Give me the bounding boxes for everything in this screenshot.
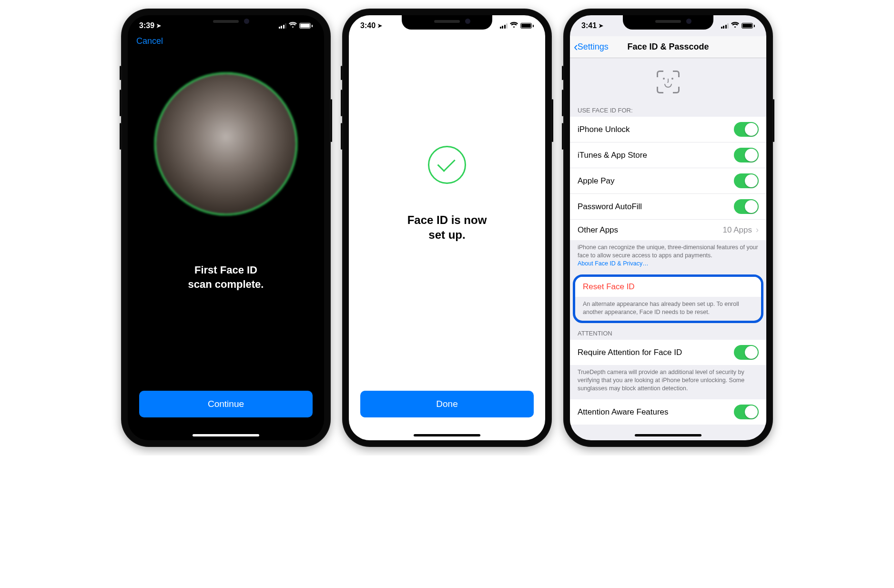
toggle-itunes-appstore[interactable] bbox=[734, 148, 759, 162]
wifi-icon bbox=[510, 22, 518, 30]
home-indicator[interactable] bbox=[193, 434, 259, 436]
status-time: 3:40 bbox=[360, 21, 376, 30]
row-password-autofill[interactable]: Password AutoFill bbox=[570, 194, 766, 220]
section-header-use-faceid: USE FACE ID FOR: bbox=[570, 104, 766, 117]
continue-button[interactable]: Continue bbox=[139, 391, 313, 417]
about-faceid-privacy-link[interactable]: About Face ID & Privacy… bbox=[578, 260, 649, 267]
toggle-require-attention[interactable] bbox=[734, 345, 759, 360]
row-apple-pay[interactable]: Apple Pay bbox=[570, 168, 766, 194]
location-icon: ➤ bbox=[156, 22, 161, 29]
cancel-button[interactable]: Cancel bbox=[136, 36, 163, 46]
cellular-icon bbox=[279, 23, 287, 29]
reset-faceid-highlight: Reset Face ID An alternate appearance ha… bbox=[573, 274, 763, 324]
faceid-use-footer: iPhone can recognize the unique, three-d… bbox=[570, 240, 766, 274]
reset-faceid-footer: An alternate appearance has already been… bbox=[575, 297, 761, 321]
row-itunes-appstore[interactable]: iTunes & App Store bbox=[570, 142, 766, 168]
row-require-attention[interactable]: Require Attention for Face ID bbox=[570, 340, 766, 365]
require-attention-footer: TrueDepth camera will provide an additio… bbox=[570, 365, 766, 399]
other-apps-count: 10 Apps bbox=[723, 225, 752, 235]
toggle-iphone-unlock[interactable] bbox=[734, 122, 759, 137]
settings-scroll[interactable]: USE FACE ID FOR: iPhone Unlock iTunes & … bbox=[570, 58, 766, 440]
notch bbox=[181, 15, 271, 30]
toggle-attention-aware[interactable] bbox=[734, 405, 759, 419]
phone-frame-1: 3:39 ➤ Cancel First Face ID scan complet… bbox=[121, 9, 331, 447]
home-indicator[interactable] bbox=[635, 434, 701, 436]
home-indicator[interactable] bbox=[414, 434, 480, 436]
done-button[interactable]: Done bbox=[360, 391, 534, 417]
face-scan-preview bbox=[154, 72, 297, 215]
back-label: Settings bbox=[578, 42, 609, 52]
setup-complete-text: Face ID is now set up. bbox=[349, 213, 545, 242]
row-iphone-unlock[interactable]: iPhone Unlock bbox=[570, 117, 766, 142]
status-time: 3:41 bbox=[581, 21, 597, 30]
notch bbox=[402, 15, 492, 30]
phone-frame-2: 3:40 ➤ Face ID is now set up. Done bbox=[342, 9, 552, 447]
wifi-icon bbox=[731, 22, 739, 30]
location-icon: ➤ bbox=[599, 22, 603, 29]
notch bbox=[623, 15, 713, 30]
scan-complete-text: First Face ID scan complete. bbox=[128, 263, 324, 291]
chevron-right-icon: › bbox=[756, 225, 759, 235]
battery-icon bbox=[299, 23, 313, 29]
row-reset-faceid[interactable]: Reset Face ID bbox=[575, 277, 761, 297]
wifi-icon bbox=[289, 22, 297, 30]
toggle-apple-pay[interactable] bbox=[734, 173, 759, 188]
section-header-attention: ATTENTION bbox=[570, 327, 766, 340]
row-attention-aware[interactable]: Attention Aware Features bbox=[570, 399, 766, 425]
nav-bar: ‹ Settings Face ID & Passcode bbox=[570, 36, 766, 58]
row-other-apps[interactable]: Other Apps 10 Apps › bbox=[570, 220, 766, 240]
battery-icon bbox=[742, 23, 755, 29]
location-icon: ➤ bbox=[377, 22, 382, 29]
back-button[interactable]: ‹ Settings bbox=[574, 40, 609, 54]
status-time: 3:39 bbox=[139, 21, 154, 30]
page-title: Face ID & Passcode bbox=[627, 42, 709, 52]
success-check-icon bbox=[428, 146, 466, 184]
cellular-icon bbox=[500, 23, 508, 29]
battery-icon bbox=[520, 23, 534, 29]
phone-frame-3: 3:41 ➤ ‹ Settings Face ID & Passcode bbox=[563, 9, 773, 447]
cellular-icon bbox=[721, 23, 729, 29]
toggle-password-autofill[interactable] bbox=[734, 199, 759, 214]
faceid-icon bbox=[657, 71, 680, 93]
